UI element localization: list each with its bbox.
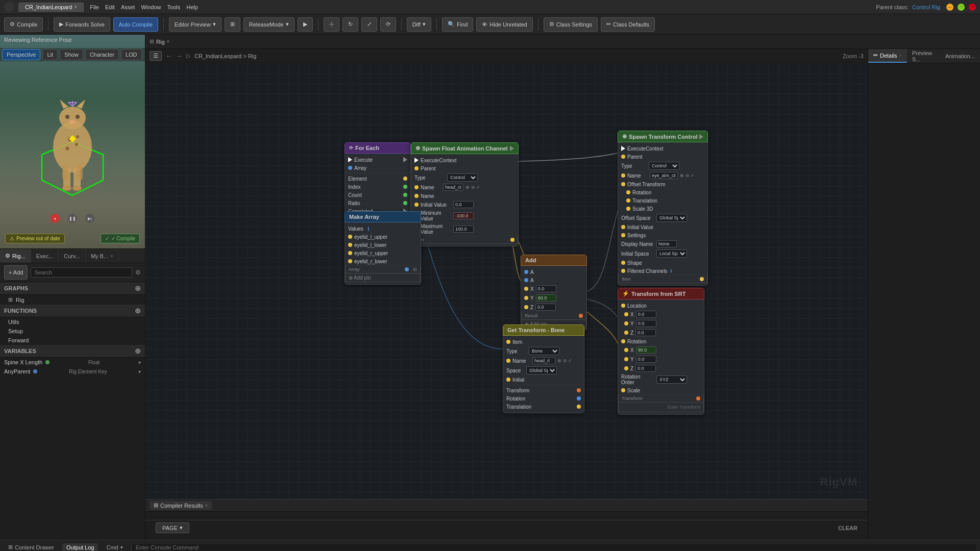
- min-input[interactable]: [453, 212, 474, 219]
- main-tab-close[interactable]: ×: [74, 4, 77, 10]
- cmd-tab[interactable]: Cmd ▾: [102, 543, 127, 552]
- diff-button[interactable]: Diff ▾: [407, 17, 431, 32]
- compile-button[interactable]: ⚙ Compile: [4, 17, 43, 32]
- add-pin-button[interactable]: ⊕ Add pin: [349, 275, 371, 281]
- functions-add-icon[interactable]: ⊕: [135, 307, 141, 315]
- functions-section-header[interactable]: FUNCTIONS ⊕: [0, 305, 145, 317]
- play-button[interactable]: ▶: [298, 17, 313, 32]
- animation-tab[interactable]: Animation...: [940, 49, 980, 63]
- output-log-tab[interactable]: Output Log: [62, 543, 98, 552]
- compiler-results-close[interactable]: ×: [205, 503, 208, 508]
- srt-rot-order-select[interactable]: XYZ: [656, 375, 687, 384]
- z-input[interactable]: [535, 304, 556, 311]
- details-close[interactable]: ×: [899, 53, 902, 58]
- class-defaults-button[interactable]: ✏ Class Defaults: [601, 17, 655, 32]
- next-frame-button[interactable]: ▶|: [85, 214, 94, 223]
- compiler-results-tab[interactable]: ⊞ Compiler Results ×: [150, 501, 212, 510]
- translate-button[interactable]: ⊹: [324, 17, 339, 32]
- preview-sketch-tab[interactable]: Preview S...: [907, 49, 940, 63]
- srt-rot-z-input[interactable]: [635, 365, 656, 372]
- editor-preview-button[interactable]: Editor Preview ▾: [169, 17, 222, 32]
- name-input[interactable]: [443, 184, 463, 191]
- srt-rot-y-input[interactable]: [636, 356, 656, 363]
- max-input[interactable]: [453, 226, 474, 233]
- menu-tools[interactable]: Tools: [167, 4, 181, 10]
- variables-section-header[interactable]: VARIABLES ⊕: [0, 345, 145, 358]
- rotate-button[interactable]: ↻: [342, 17, 358, 32]
- graphs-add-icon[interactable]: ⊕: [135, 284, 141, 292]
- console-input[interactable]: [131, 544, 976, 550]
- transform-from-srt-node[interactable]: ⚡ Transform from SRT Location X: [618, 288, 704, 415]
- gt-name-input[interactable]: [532, 357, 555, 364]
- menu-help[interactable]: Help: [186, 4, 198, 10]
- var-spine-x-expand[interactable]: ▾: [138, 360, 141, 365]
- srt-loc-y-input[interactable]: [636, 320, 656, 327]
- clear-button[interactable]: CLEAR: [838, 525, 857, 531]
- settings-icon-button[interactable]: ⚙: [135, 269, 141, 276]
- menu-edit[interactable]: Edit: [105, 4, 115, 10]
- main-tab[interactable]: CR_IndianLeopard ×: [18, 3, 84, 12]
- search-input[interactable]: [31, 267, 132, 278]
- page-button[interactable]: PAGE ▾: [156, 522, 189, 533]
- functions-utils-item[interactable]: Utils: [0, 317, 145, 327]
- node-canvas[interactable]: ⟳ For Each Execute Array: [145, 63, 868, 499]
- details-tab[interactable]: ✏ Details ×: [868, 49, 907, 63]
- nav-menu-button[interactable]: ☰: [150, 51, 162, 61]
- st-type-select[interactable]: Control: [649, 162, 679, 170]
- auto-compile-button[interactable]: Auto Compile: [113, 17, 158, 32]
- panel-tab-myb-close[interactable]: ×: [110, 254, 113, 259]
- variables-add-icon[interactable]: ⊕: [135, 347, 141, 355]
- content-drawer-tab[interactable]: ⊞ Content Drawer: [4, 543, 58, 551]
- functions-setup-item[interactable]: Setup: [0, 327, 145, 336]
- show-button[interactable]: Show: [60, 49, 83, 60]
- st-name-input[interactable]: [650, 172, 678, 179]
- gt-type-select[interactable]: Bone: [529, 347, 559, 355]
- srt-rot-x-input[interactable]: [636, 346, 656, 354]
- make-array-node[interactable]: Make Array Values ℹ eyelid_l_upper: [345, 211, 421, 285]
- character-button[interactable]: Character: [85, 49, 119, 60]
- record-button[interactable]: ●: [51, 214, 60, 223]
- forward-button[interactable]: →: [176, 53, 182, 60]
- add-button[interactable]: + Add: [4, 265, 28, 280]
- st-display-name-input[interactable]: [656, 240, 677, 247]
- scale-button[interactable]: ⤢: [361, 17, 377, 32]
- find-button[interactable]: 🔍 Find: [442, 17, 473, 32]
- panel-tab-rig[interactable]: ⚙ Rig...: [0, 249, 31, 263]
- graphs-rig-item[interactable]: ⊞ Rig: [0, 295, 145, 305]
- rig-tab-label[interactable]: Rig: [156, 39, 165, 45]
- pause-button[interactable]: ❚❚: [68, 214, 77, 223]
- spawn-transform-node[interactable]: ⊕ Spawn Transform Control ExecuteContext: [618, 131, 708, 286]
- functions-forward-item[interactable]: Forward: [0, 336, 145, 345]
- rig-tab-close[interactable]: ×: [167, 39, 170, 44]
- breadcrumb-parent[interactable]: CR_IndianLeopard: [194, 53, 241, 59]
- panel-tab-myb[interactable]: My B... ×: [86, 249, 119, 263]
- transform-button[interactable]: ⊞: [225, 17, 240, 32]
- compile-badge-button[interactable]: ✓ ✓ Compile: [101, 234, 140, 243]
- spawn-float-anim-node[interactable]: ⊕ Spawn Float Animation Channel ExecuteC…: [411, 142, 519, 246]
- x-input[interactable]: [536, 285, 556, 292]
- forwards-solve-button[interactable]: ▶ Forwards Solve: [54, 17, 110, 32]
- lod-button[interactable]: LOD: [121, 49, 142, 60]
- release-mode-button[interactable]: ReleaseMode ▾: [243, 17, 295, 32]
- initial-input[interactable]: [453, 201, 474, 208]
- add-node[interactable]: Add A A: [521, 255, 587, 331]
- lit-button[interactable]: Lit: [42, 49, 58, 60]
- var-anyparent-expand[interactable]: ▾: [138, 369, 141, 374]
- refresh-button[interactable]: ⟳: [380, 17, 396, 32]
- menu-asset[interactable]: Asset: [121, 4, 135, 10]
- back-button[interactable]: ←: [166, 53, 172, 60]
- srt-loc-x-input[interactable]: [636, 311, 656, 318]
- gt-space-select[interactable]: Global Space: [526, 366, 557, 374]
- class-settings-button[interactable]: ⚙ Class Settings: [544, 17, 598, 32]
- panel-tab-curv[interactable]: Curv...: [59, 249, 86, 263]
- get-transform-node[interactable]: Get Transform - Bone Item Type Bone: [503, 324, 584, 413]
- menu-file[interactable]: File: [90, 4, 99, 10]
- type-select[interactable]: Control: [447, 173, 478, 182]
- y-input[interactable]: [536, 294, 556, 302]
- st-initial-space-select[interactable]: Local Space: [656, 249, 687, 258]
- panel-tab-exec[interactable]: Exec...: [31, 249, 59, 263]
- menu-window[interactable]: Window: [141, 4, 161, 10]
- graphs-section-header[interactable]: GRAPHS ⊕: [0, 282, 145, 295]
- hide-unrelated-button[interactable]: 👁 Hide Unrelated: [476, 17, 532, 32]
- st-offset-space-select[interactable]: Global Space: [656, 214, 687, 222]
